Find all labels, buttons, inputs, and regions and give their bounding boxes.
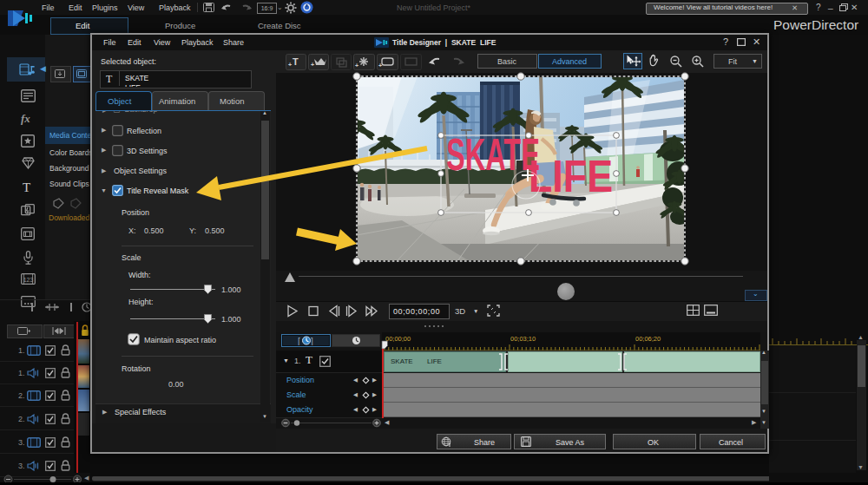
svg-text:[: [ bbox=[298, 337, 300, 346]
svg-text:T: T bbox=[293, 56, 299, 67]
svg-text:]: ] bbox=[311, 337, 313, 346]
svg-text:+: + bbox=[378, 62, 382, 69]
svg-text:+: + bbox=[355, 62, 358, 69]
svg-text:+: + bbox=[288, 62, 292, 68]
svg-text:+: + bbox=[311, 62, 314, 68]
svg-text:123: 123 bbox=[23, 277, 34, 283]
